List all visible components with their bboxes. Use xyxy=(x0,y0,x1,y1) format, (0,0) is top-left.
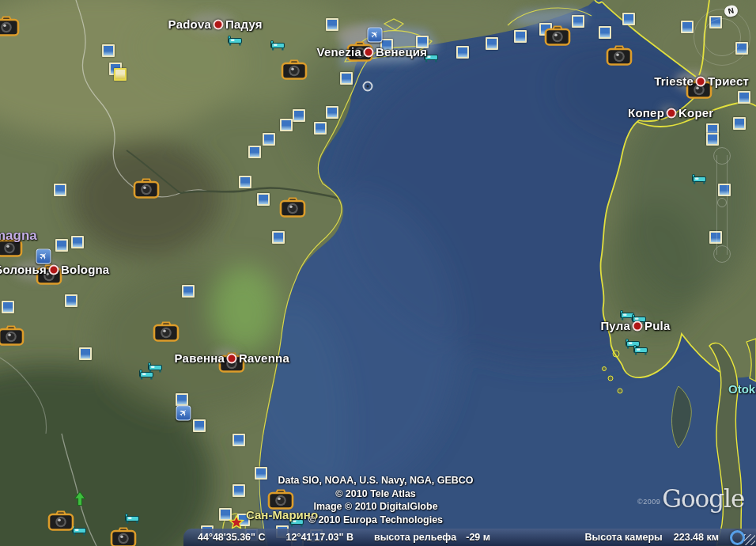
photo-thumbnail-icon[interactable] xyxy=(738,91,750,104)
city-label-right: Koper xyxy=(679,106,713,119)
airport-icon[interactable]: ✈ xyxy=(176,406,191,421)
region-label: magna xyxy=(0,228,37,244)
city-label-right: Венеция xyxy=(376,45,427,59)
city-label-right: Триест xyxy=(708,74,749,88)
airport-icon[interactable]: ✈ xyxy=(36,249,51,264)
zoom-out-button[interactable] xyxy=(713,245,731,263)
photo-thumbnail-icon[interactable] xyxy=(280,119,293,131)
city-marker-dot[interactable] xyxy=(49,265,59,275)
photo-thumbnail-icon[interactable] xyxy=(486,37,498,50)
photo-camera-icon[interactable] xyxy=(544,25,571,47)
sea-point-marker[interactable] xyxy=(363,82,373,92)
hotel-bed-icon[interactable] xyxy=(270,40,285,51)
city-label-left: Копер xyxy=(628,106,664,119)
city-marker-dot[interactable] xyxy=(696,77,706,87)
hotel-bed-icon[interactable] xyxy=(692,173,707,184)
photo-camera-icon[interactable] xyxy=(279,197,306,218)
city-marker-dot[interactable] xyxy=(227,354,237,364)
photo-thumbnail-icon[interactable] xyxy=(514,30,527,43)
photo-camera-icon[interactable] xyxy=(0,325,25,347)
city-label-left: Равенна xyxy=(175,351,225,365)
airplane-glyph: ✈ xyxy=(174,404,192,422)
photo-thumbnail-icon[interactable] xyxy=(326,106,338,119)
longitude-readout: 12°41'17.03" В xyxy=(286,532,354,543)
photo-thumbnail-icon[interactable] xyxy=(572,15,584,28)
photo-thumbnail-icon[interactable] xyxy=(2,301,14,313)
zoom-slider[interactable] xyxy=(712,147,732,263)
photo-thumbnail-icon[interactable] xyxy=(239,176,251,188)
attribution-line: Data SIO, NOAA, U.S. Navy, NGA, GEBCO xyxy=(244,474,508,487)
compass-ring-inner xyxy=(703,18,741,56)
elevation-label: высота рельефа xyxy=(374,532,456,543)
streaming-indicator-icon xyxy=(730,530,745,545)
photo-thumbnail-icon[interactable] xyxy=(272,231,285,244)
logo-copyright: ©2009 xyxy=(637,498,660,506)
park-arrow-icon[interactable] xyxy=(74,491,86,510)
photo-thumbnail-icon[interactable] xyxy=(248,146,261,158)
photo-thumbnail-icon[interactable] xyxy=(681,21,694,33)
photo-thumbnail-icon[interactable] xyxy=(733,117,746,130)
city-marker-dot[interactable] xyxy=(364,47,374,58)
photo-camera-icon[interactable] xyxy=(153,321,180,343)
city-label-left: Trieste xyxy=(654,74,694,88)
hotel-bed-icon[interactable] xyxy=(228,35,243,46)
photo-thumbnail-icon[interactable] xyxy=(326,18,338,31)
photo-thumbnail-icon[interactable] xyxy=(182,285,195,298)
compass-control[interactable]: N xyxy=(694,9,750,66)
photo-thumbnail-icon[interactable] xyxy=(263,133,275,146)
zoom-slider-knob[interactable] xyxy=(717,198,727,207)
city-label-right: Падуя xyxy=(225,17,263,31)
photo-thumbnail-icon[interactable] xyxy=(293,109,305,122)
resize-grip[interactable] xyxy=(744,534,755,545)
status-bar: 44°48'35.36" С 12°41'17.03" В высота рел… xyxy=(183,529,756,546)
google-logo: ©2009 Google xyxy=(637,484,744,513)
latitude-readout: 44°48'35.36" С xyxy=(198,532,266,543)
city-label-left: Пула xyxy=(600,319,630,332)
photo-thumbnail-icon[interactable] xyxy=(193,419,206,432)
photo-thumbnail-icon[interactable] xyxy=(456,46,469,59)
photo-thumbnail-icon[interactable] xyxy=(102,44,115,57)
photo-thumbnail-icon[interactable] xyxy=(340,72,353,85)
city-marker-dot[interactable] xyxy=(633,321,643,332)
photo-thumbnail-icon[interactable] xyxy=(599,26,611,39)
placemark-layer: ✈✈✈ xyxy=(0,0,756,546)
photo-thumbnail-icon[interactable] xyxy=(65,294,77,307)
photo-thumbnail-icon[interactable] xyxy=(314,122,327,135)
photo-thumbnail-icon[interactable] xyxy=(257,193,270,206)
hotel-bed-icon[interactable] xyxy=(139,369,154,380)
attribution-line: © 2010 Europa Technologies xyxy=(244,514,508,527)
city-marker-dot[interactable] xyxy=(214,20,224,30)
city-label-right: Bologna xyxy=(61,263,109,276)
attribution-line: Image © 2010 DigitalGlobe xyxy=(244,500,508,514)
city-label-left: Venezia xyxy=(317,45,361,59)
photo-camera-icon[interactable] xyxy=(47,510,74,532)
photo-thumbnail-icon[interactable] xyxy=(114,68,127,81)
photo-camera-icon[interactable] xyxy=(281,59,308,81)
photo-camera-icon[interactable] xyxy=(0,16,20,37)
google-earth-map-view[interactable]: ✈✈✈ xyxy=(0,0,756,546)
camera-altitude-label: Высота камеры xyxy=(585,532,663,543)
logo-brand: Google xyxy=(662,484,744,513)
photo-thumbnail-icon[interactable] xyxy=(71,236,84,248)
map-attribution: Data SIO, NOAA, U.S. Navy, NGA, GEBCO © … xyxy=(244,474,508,526)
city-label-left: Padova xyxy=(168,17,211,31)
camera-altitude-value: 223.48 км xyxy=(674,532,719,543)
photo-thumbnail-icon[interactable] xyxy=(54,184,66,196)
photo-thumbnail-icon[interactable] xyxy=(706,133,719,146)
city-label-right: Ravenna xyxy=(239,351,289,365)
city-label-left: Болонья xyxy=(0,263,47,276)
photo-thumbnail-icon[interactable] xyxy=(622,13,635,25)
island-label: Otok xyxy=(728,382,755,396)
city-marker-dot[interactable] xyxy=(667,108,677,119)
city-label-right: Pula xyxy=(644,319,670,332)
photo-thumbnail-icon[interactable] xyxy=(232,434,245,446)
hotel-bed-icon[interactable] xyxy=(125,513,140,524)
attribution-line: © 2010 Tele Atlas xyxy=(244,487,508,501)
elevation-value: -29 м xyxy=(466,532,490,543)
photo-camera-icon[interactable] xyxy=(606,45,633,66)
photo-camera-icon[interactable] xyxy=(133,178,160,199)
photo-thumbnail-icon[interactable] xyxy=(55,239,68,252)
hotel-bed-icon[interactable] xyxy=(633,344,648,355)
photo-camera-icon[interactable] xyxy=(110,527,137,546)
photo-thumbnail-icon[interactable] xyxy=(79,347,92,360)
